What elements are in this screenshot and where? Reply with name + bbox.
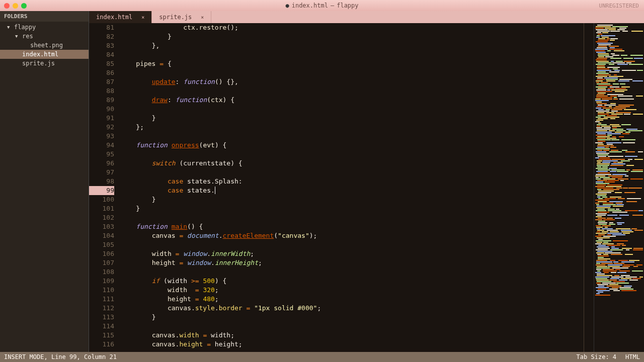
minimap[interactable]: [594, 23, 644, 352]
line-number: 87: [89, 77, 114, 86]
line-number: 89: [89, 96, 114, 105]
chevron-down-icon: ▼: [7, 25, 12, 30]
tab[interactable]: sprite.js×: [152, 11, 211, 23]
close-icon[interactable]: ×: [141, 15, 144, 20]
code-line: update: function() {},: [120, 77, 594, 86]
sidebar-item-label: sheet.png: [30, 42, 63, 49]
status-bar: INSERT MODE, Line 99, Column 21 Tab Size…: [0, 352, 644, 362]
line-number: 100: [89, 195, 114, 204]
line-number: 91: [89, 114, 114, 123]
line-number: 88: [89, 86, 114, 96]
code-line: canvas.style.border = "1px solid #000";: [120, 304, 594, 313]
line-number: 99: [89, 186, 114, 195]
line-number: 115: [89, 331, 114, 340]
code-line: canvas.width = width;: [120, 331, 594, 340]
code-line: draw: function(ctx) {: [120, 96, 594, 105]
code-line: width = 320;: [120, 286, 594, 295]
code-line: if (width >= 500) {: [120, 277, 594, 286]
line-number: 107: [89, 258, 114, 267]
line-number: 113: [89, 313, 114, 322]
status-left[interactable]: INSERT MODE, Line 99, Column 21: [4, 353, 117, 360]
code-line: }: [120, 195, 594, 204]
sidebar-item-label: res: [22, 33, 33, 40]
sidebar: FOLDERS ▼flappy▼ressheet.pngindex.htmlsp…: [0, 11, 89, 352]
code-line: [120, 68, 594, 77]
sidebar-item-label: sprite.js: [22, 60, 55, 67]
zoom-icon[interactable]: [21, 3, 27, 9]
dirty-dot-icon: ●: [285, 2, 289, 9]
line-number: 95: [89, 150, 114, 159]
sidebar-item[interactable]: index.html: [0, 50, 89, 59]
folder-tree: ▼flappy▼ressheet.pngindex.htmlsprite.js: [0, 22, 89, 69]
code-line: [120, 150, 594, 159]
code-line: canvas = document.createElement("canvas"…: [120, 231, 594, 240]
line-number: 92: [89, 123, 114, 132]
line-number: 114: [89, 322, 114, 331]
title-sep: —: [331, 2, 334, 9]
minimize-icon[interactable]: [13, 3, 18, 9]
code-line: }: [120, 313, 594, 322]
code-line: };: [120, 123, 594, 132]
code-line: }: [120, 204, 594, 213]
line-number: 86: [89, 68, 114, 77]
close-icon[interactable]: [4, 3, 10, 9]
code-line: }: [120, 114, 594, 123]
code-line: function main() {: [120, 222, 594, 231]
traffic-lights: [4, 3, 27, 9]
tab[interactable]: index.html×: [89, 11, 152, 23]
sidebar-item[interactable]: sprite.js: [0, 59, 89, 68]
chevron-down-icon: ▼: [15, 34, 20, 39]
line-number: 98: [89, 177, 114, 186]
line-number: 110: [89, 286, 114, 295]
editor-pane: index.html×sprite.js× 818283848586878889…: [89, 11, 644, 352]
line-gutter: 8182838485868788899091929394959697989910…: [89, 23, 118, 352]
sidebar-item[interactable]: ▼res: [0, 32, 89, 41]
line-number: 83: [89, 41, 114, 50]
line-number: 101: [89, 204, 114, 213]
tab-label: index.html: [96, 14, 132, 21]
code-line: [120, 240, 594, 249]
code-line: canvas.height = height;: [120, 340, 594, 349]
line-number: 90: [89, 105, 114, 114]
window-title: ● index.html — flappy: [285, 2, 358, 9]
line-number: 84: [89, 50, 114, 59]
line-number: 102: [89, 213, 114, 222]
line-number: 81: [89, 23, 114, 32]
main-area: FOLDERS ▼flappy▼ressheet.pngindex.htmlsp…: [0, 11, 644, 352]
line-number: 93: [89, 132, 114, 141]
sidebar-item[interactable]: ▼flappy: [0, 23, 89, 32]
window-titlebar: ● index.html — flappy UNREGISTERED: [0, 0, 644, 11]
close-icon[interactable]: ×: [201, 15, 204, 20]
code-line: [120, 86, 594, 96]
code-line: [120, 213, 594, 222]
tab-bar: index.html×sprite.js×: [89, 11, 644, 23]
code-line: width = window.innerWidth;: [120, 249, 594, 258]
code-line: ctx.restore();: [120, 23, 594, 32]
code-line: },: [120, 41, 594, 50]
sidebar-item[interactable]: sheet.png: [0, 41, 89, 50]
line-number: 94: [89, 141, 114, 150]
code-line: [120, 267, 594, 277]
line-number: 104: [89, 231, 114, 240]
status-tab-size[interactable]: Tab Size: 4: [577, 353, 616, 360]
line-number: 111: [89, 295, 114, 304]
line-number: 112: [89, 304, 114, 313]
code-line: function onpress(evt) {: [120, 141, 594, 150]
code-text[interactable]: ctx.restore(); } }, pipes = { update: fu…: [118, 23, 594, 352]
sidebar-item-label: flappy: [14, 24, 36, 31]
sidebar-item-label: index.html: [22, 51, 58, 58]
line-number: 109: [89, 277, 114, 286]
line-number: 116: [89, 340, 114, 349]
line-number: 108: [89, 267, 114, 277]
code-line: pipes = {: [120, 59, 594, 68]
status-language[interactable]: HTML: [625, 353, 640, 360]
line-number: 103: [89, 222, 114, 231]
title-file: index.html: [292, 2, 328, 9]
tab-label: sprite.js: [159, 14, 192, 21]
code-line: [120, 105, 594, 114]
line-number: 97: [89, 168, 114, 177]
code-area[interactable]: 8182838485868788899091929394959697989910…: [89, 23, 644, 352]
line-number: 82: [89, 32, 114, 41]
title-project: flappy: [337, 2, 358, 9]
code-line: [120, 132, 594, 141]
